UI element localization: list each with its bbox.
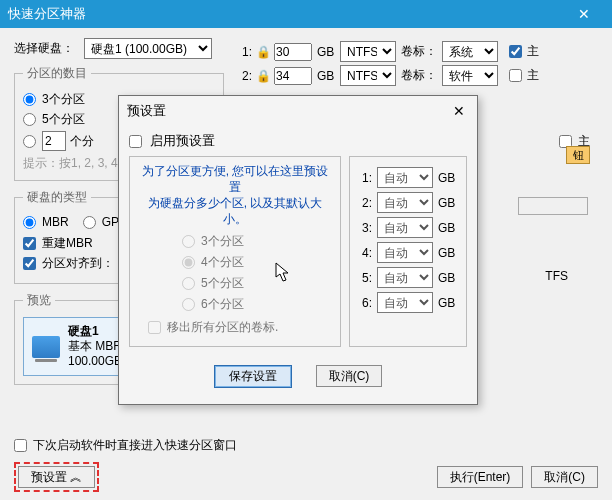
preset-sizes-group: 1:自动GB2:自动GB3:自动GB4:自动GB5:自动GB6:自动GB [349, 156, 467, 347]
behind-orange-button[interactable]: 钮 [566, 146, 590, 164]
partition-count-legend: 分区的数目 [23, 65, 91, 82]
partition-row: 2:🔒GBNTFS卷标：软件主 [236, 65, 598, 86]
preset-count-option[interactable]: 4个分区 [182, 254, 332, 271]
custom-count-input[interactable] [42, 131, 66, 151]
disk-type-text: 基本 MBR [68, 339, 122, 354]
chevron-up-icon: ︽ [70, 470, 82, 484]
size-unit: GB [438, 246, 458, 260]
size-select[interactable]: 自动 [377, 192, 433, 213]
volume-select[interactable]: 软件 [442, 65, 498, 86]
size-unit: GB [438, 221, 458, 235]
preset-size-row: 6:自动GB [358, 292, 458, 313]
size-index: 4: [358, 246, 372, 260]
preset-count-option[interactable]: 6个分区 [182, 296, 332, 313]
footer: 下次启动软件时直接进入快速分区窗口 预设置 ︽ 执行(Enter) 取消(C) [14, 434, 598, 492]
remove-labels-check[interactable]: 移出所有分区的卷标. [148, 319, 332, 336]
size-index: 2: [358, 196, 372, 210]
stray-ntfs-label: TFS [545, 269, 568, 283]
size-unit: GB [438, 271, 458, 285]
window-close-icon[interactable]: ✕ [564, 0, 604, 28]
unit-label: GB [317, 69, 335, 83]
size-index: 3: [358, 221, 372, 235]
dialog-close-icon[interactable]: ✕ [449, 103, 469, 119]
volume-select[interactable]: 系统 [442, 41, 498, 62]
volume-label-text: 卷标： [401, 67, 437, 84]
partition-index: 2: [236, 69, 252, 83]
preset-button-highlight: 预设置 ︽ [14, 462, 99, 492]
preset-size-row: 3:自动GB [358, 217, 458, 238]
primary-check[interactable]: 主 [509, 43, 539, 60]
size-unit: GB [438, 196, 458, 210]
disk-type-legend: 硬盘的类型 [23, 189, 91, 206]
startup-check[interactable]: 下次启动软件时直接进入快速分区窗口 [14, 437, 598, 454]
titlebar: 快速分区神器 ✕ [0, 0, 612, 28]
window-title: 快速分区神器 [8, 5, 564, 23]
lock-icon[interactable]: 🔒 [257, 69, 269, 83]
preview-legend: 预览 [23, 292, 55, 309]
preset-left-group: 为了分区更方便, 您可以在这里预设置 为硬盘分多少个区, 以及其默认大小。 3个… [129, 156, 341, 347]
cancel-button[interactable]: 取消(C) [531, 466, 598, 488]
preset-size-row: 1:自动GB [358, 167, 458, 188]
preset-size-row: 4:自动GB [358, 242, 458, 263]
disk-name: 硬盘1 [68, 324, 122, 339]
lock-icon[interactable]: 🔒 [257, 45, 269, 59]
preset-hint: 为了分区更方便, 您可以在这里预设置 为硬盘分多少个区, 以及其默认大小。 [138, 163, 332, 227]
size-index: 1: [358, 171, 372, 185]
size-unit: GB [438, 296, 458, 310]
disk-select[interactable]: 硬盘1 (100.00GB) [84, 38, 212, 59]
execute-button[interactable]: 执行(Enter) [437, 466, 524, 488]
size-unit: GB [438, 171, 458, 185]
preset-button[interactable]: 预设置 ︽ [18, 466, 95, 488]
size-select[interactable]: 自动 [377, 217, 433, 238]
size-select[interactable]: 自动 [377, 167, 433, 188]
stray-text [518, 197, 588, 249]
filesystem-select[interactable]: NTFS [340, 65, 396, 86]
partition-index: 1: [236, 45, 252, 59]
disk-icon [32, 336, 60, 358]
preset-count-option[interactable]: 3个分区 [182, 233, 332, 250]
filesystem-select[interactable]: NTFS [340, 41, 396, 62]
disk-size-text: 100.00GB [68, 354, 122, 369]
preset-count-option[interactable]: 5个分区 [182, 275, 332, 292]
size-index: 6: [358, 296, 372, 310]
radio-mbr[interactable]: MBR [23, 215, 69, 229]
size-select[interactable]: 自动 [377, 267, 433, 288]
size-select[interactable]: 自动 [377, 242, 433, 263]
save-preset-button[interactable]: 保存设置 [214, 365, 292, 388]
partition-row: 1:🔒GBNTFS卷标：系统主 [236, 41, 598, 62]
primary-check[interactable]: 主 [509, 67, 539, 84]
unit-label: GB [317, 45, 335, 59]
enable-preset-check[interactable]: 启用预设置 [129, 132, 467, 150]
disk-select-label: 选择硬盘： [14, 40, 74, 57]
size-index: 5: [358, 271, 372, 285]
preset-dialog: 预设置 ✕ 启用预设置 为了分区更方便, 您可以在这里预设置 为硬盘分多少个区,… [118, 95, 478, 405]
partition-size-input[interactable] [274, 43, 312, 61]
preset-size-row: 5:自动GB [358, 267, 458, 288]
size-select[interactable]: 自动 [377, 292, 433, 313]
partition-size-input[interactable] [274, 67, 312, 85]
preset-size-row: 2:自动GB [358, 192, 458, 213]
dialog-title: 预设置 [127, 102, 449, 120]
cancel-preset-button[interactable]: 取消(C) [316, 365, 383, 387]
volume-label-text: 卷标： [401, 43, 437, 60]
